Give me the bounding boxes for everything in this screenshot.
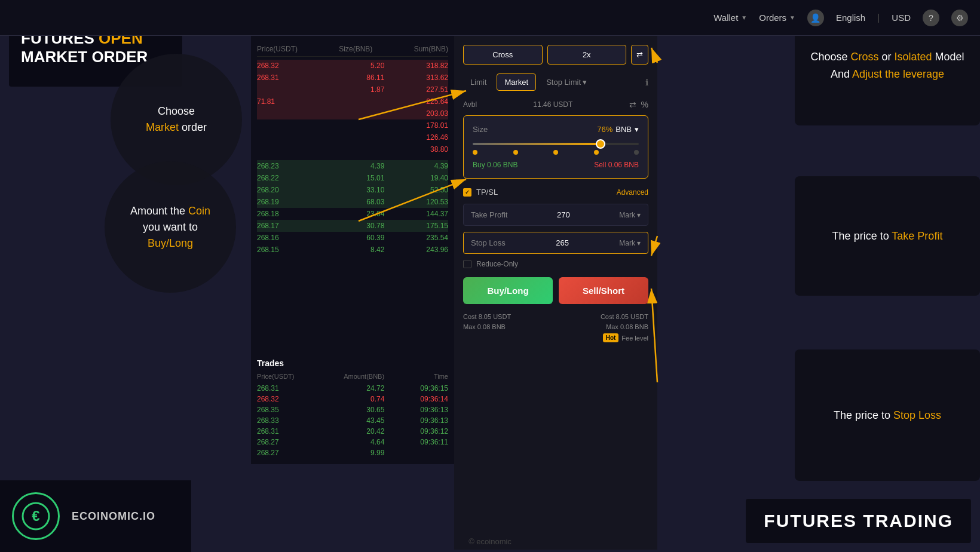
ob-sum: 126.46 (384, 133, 448, 142)
max-row: Max 0.08 BNB Max 0.08 BNB (463, 323, 648, 330)
ob-sum: 120.53 (384, 198, 448, 206)
list-item: 268.33 43.45 09:36:13 (257, 415, 448, 426)
ob-price: 268.31 (257, 73, 321, 82)
table-row: 126.46 (257, 131, 448, 143)
cost-sell-value: 8.05 USDT (616, 313, 648, 320)
orders-label: Orders (759, 13, 786, 23)
avbl-label: Avbl (463, 100, 477, 109)
ob-sum: 52.50 (384, 186, 448, 194)
ob-sum: 225.64 (384, 97, 448, 106)
user-icon[interactable]: 👤 (807, 10, 824, 26)
trade-amount: 20.42 (321, 427, 385, 436)
table-row: 268.16 60.39 235.54 (257, 232, 448, 244)
take-profit-value: 270 (557, 210, 570, 219)
percent-icon[interactable]: % (641, 100, 648, 109)
fee-link[interactable]: Fee level (621, 335, 648, 342)
trade-amount: 30.65 (321, 406, 385, 414)
trade-time: 09:36:15 (384, 384, 448, 392)
logo-icon: € (12, 492, 60, 540)
max-buy-label: Max 0.08 BNB (463, 323, 506, 330)
advanced-link[interactable]: Advanced (617, 188, 648, 197)
tab-market[interactable]: Market (497, 73, 536, 91)
ob-size: 8.42 (321, 246, 385, 254)
trade-amount: 24.72 (321, 384, 385, 392)
slider-container[interactable] (473, 143, 639, 155)
trade-time: 09:36:11 (384, 438, 448, 446)
reduce-only-label: Reduce-Only (476, 260, 518, 268)
trade-price: 268.31 (257, 427, 321, 436)
stop-loss-field[interactable]: Stop Loss 265 Mark ▾ (463, 232, 648, 254)
logo-area: € ECOINOMIC.IO (0, 480, 191, 552)
table-row: 268.23 4.39 4.39 (257, 160, 448, 172)
buy-amount: Buy 0.06 BNB (473, 161, 517, 169)
table-row: 268.17 30.78 175.15 (257, 220, 448, 232)
ob-size (321, 133, 385, 142)
buy-sell-amounts: Buy 0.06 BNB Sell 0.06 BNB (473, 161, 639, 169)
trade-price: 268.27 (257, 449, 321, 457)
tab-stop-limit[interactable]: Stop Limit ▾ (539, 74, 594, 90)
stoploss-annotation-text: The price to Stop Loss (834, 407, 941, 424)
sell-amount: Sell 0.06 BNB (594, 161, 639, 169)
table-row: 268.18 23.84 144.37 (257, 208, 448, 220)
orders-nav[interactable]: Orders ▼ (759, 13, 795, 23)
english-nav[interactable]: English (836, 13, 865, 23)
trades-section: Trades Price(USDT) Amount(BNB) Time 268.… (251, 352, 454, 464)
ob-price: 268.32 (257, 62, 321, 70)
ob-size (321, 109, 385, 118)
wallet-nav[interactable]: Wallet ▼ (713, 13, 747, 23)
buy-long-button[interactable]: Buy/Long (463, 277, 553, 304)
size-percent: 76% (597, 125, 612, 134)
avbl-row: Avbl 11.46 USDT ⇄ % (463, 100, 648, 109)
leverage-annotation-text: Choose Cross or Isolated Model And Adjus… (807, 48, 968, 83)
help-icon[interactable]: ? (923, 10, 939, 26)
wallet-arrow: ▼ (741, 14, 747, 21)
list-item: 268.31 20.42 09:36:12 (257, 426, 448, 437)
take-profit-type: Mark ▾ (619, 211, 641, 219)
ob-price: 268.17 (257, 222, 321, 230)
ob-price: 268.20 (257, 186, 321, 194)
trade-price: 268.32 (257, 395, 321, 403)
settings-icon[interactable]: ⚙ (951, 10, 968, 26)
tpsl-checkbox[interactable]: ✓ (463, 188, 471, 197)
tab-limit[interactable]: Limit (463, 74, 494, 90)
chevron-down-icon: ▾ (637, 211, 641, 219)
ob-price: 268.16 (257, 234, 321, 242)
info-icon[interactable]: ℹ (645, 78, 648, 87)
ob-price: 268.19 (257, 198, 321, 206)
watermark: © ecoinomic (468, 537, 512, 546)
slider-thumb[interactable] (596, 139, 605, 149)
list-item: 268.31 24.72 09:36:15 (257, 383, 448, 394)
trade-time (384, 449, 448, 457)
navbar: Wallet ▼ Orders ▼ 👤 English | USD ? ⚙ (0, 0, 980, 36)
trade-col-time: Time (434, 373, 448, 380)
ob-price: 268.23 (257, 162, 321, 170)
tpsl-label: TP/SL (476, 188, 498, 197)
ob-price: 71.81 (257, 97, 321, 106)
cross-button[interactable]: Cross (463, 45, 543, 65)
leverage-icon[interactable]: ⇄ (631, 45, 648, 65)
orders-arrow: ▼ (789, 14, 795, 21)
hot-badge: Hot (603, 333, 619, 342)
slider-dot-100 (634, 150, 639, 155)
transfer-icon[interactable]: ⇄ (629, 100, 636, 109)
size-label: Size (473, 125, 488, 134)
ob-price: 268.22 (257, 174, 321, 182)
action-buttons: Buy/Long Sell/Short (463, 277, 648, 304)
table-row: 268.19 68.03 120.53 (257, 196, 448, 208)
market-order-text: ChooseMarket order (134, 91, 219, 148)
trade-price: 268.27 (257, 438, 321, 446)
ob-sum: 203.03 (384, 109, 448, 118)
chevron-down-icon: ▾ (583, 78, 587, 87)
size-dropdown-icon[interactable]: ▾ (635, 125, 639, 134)
usd-nav[interactable]: USD (892, 13, 911, 23)
ob-size: 4.39 (321, 162, 385, 170)
ob-size (321, 145, 385, 154)
reduce-only-checkbox[interactable] (463, 260, 471, 268)
fee-row: Hot Fee level (463, 333, 648, 342)
trade-time: 09:36:13 (384, 416, 448, 425)
leverage-value[interactable]: 2x (547, 45, 627, 65)
sell-short-button[interactable]: Sell/Short (559, 277, 648, 304)
take-profit-field[interactable]: Take Profit 270 Mark ▾ (463, 204, 648, 226)
trade-time: 09:36:14 (384, 395, 448, 403)
slider-dots (473, 150, 639, 155)
